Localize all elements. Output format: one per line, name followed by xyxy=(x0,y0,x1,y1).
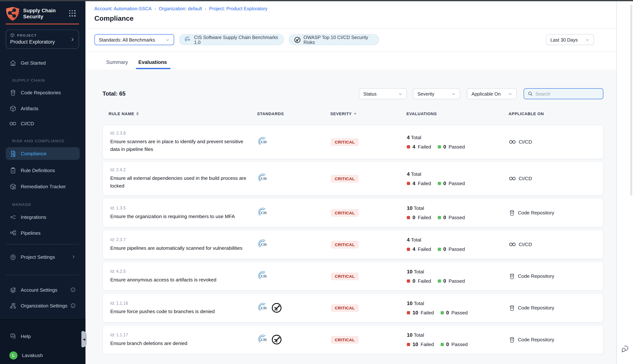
eval-total-label: Total xyxy=(414,300,424,306)
search-input[interactable] xyxy=(536,91,596,96)
failed-indicator xyxy=(407,311,410,314)
standards-cell: CIS xyxy=(258,173,331,184)
sidebar-collapse-handle[interactable]: ◀ xyxy=(81,331,87,347)
severity-cell: CRITICAL xyxy=(331,138,407,146)
applicable-on-label: Code Repository xyxy=(518,273,554,279)
sidebar-item-pipelines[interactable]: Pipelines xyxy=(6,226,80,239)
user-menu[interactable]: L Lavakush xyxy=(6,349,80,362)
column-severity[interactable]: SEVERITY xyxy=(330,112,406,116)
rule-cell: Id: 1.3.5 Ensure the organization is req… xyxy=(110,205,258,220)
breadcrumb-organization[interactable]: Organization: default xyxy=(159,6,202,11)
compliance-page: Supply Chain Security PROJECT Product Ex… xyxy=(0,0,633,364)
sidebar-item-compliance[interactable]: Compliance xyxy=(6,147,80,160)
sidebar-item-get-started[interactable]: Get Started xyxy=(6,56,80,69)
cis-standard-icon: CIS xyxy=(258,303,268,313)
failed-indicator xyxy=(407,279,410,282)
sidebar-item-account-settings[interactable]: Account Settings xyxy=(6,284,80,296)
applicable-on-cell: Code Repository xyxy=(509,273,603,279)
rule-name: Ensure branch deletions are denied xyxy=(110,340,252,347)
info-icon[interactable] xyxy=(70,303,76,308)
sidebar-item-integrations[interactable]: Integrations xyxy=(6,211,80,224)
standards-dropdown[interactable]: Standards: All Benchmarks xyxy=(94,34,174,45)
cis-standard-icon: CIS xyxy=(258,239,268,250)
standards-cell: CIS xyxy=(258,239,331,250)
eval-total-label: Total xyxy=(414,268,424,274)
date-range-dropdown[interactable]: Last 30 Days xyxy=(546,34,594,45)
sidebar-item-help[interactable]: ? Help xyxy=(6,330,80,342)
eval-passed-label: Passed xyxy=(448,180,465,186)
standards-cell: CIS xyxy=(258,136,331,147)
rule-row[interactable]: Id: 1.1.17 Ensure branch deletions are d… xyxy=(102,325,603,354)
eval-passed-label: Passed xyxy=(448,246,465,252)
applicable-on-label: Code Repository xyxy=(518,337,554,342)
rule-name: Ensure scanners are in place to identify… xyxy=(110,138,252,153)
sidebar-item-remediation-tracker[interactable]: Remediation Tracker xyxy=(6,180,80,193)
rule-row[interactable]: Id: 1.3.5 Ensure the organization is req… xyxy=(102,198,603,228)
eval-total-label: Total xyxy=(411,134,421,140)
sidebar-item-artifacts[interactable]: Artifacts xyxy=(6,102,80,115)
status-filter-dropdown[interactable]: Status xyxy=(359,88,407,99)
sidebar-item-cicd[interactable]: CI/CD xyxy=(6,117,80,130)
sidebar-item-rule-definitions[interactable]: Rule Definitions xyxy=(6,164,80,176)
breadcrumb-project[interactable]: Project: Product Exploratory xyxy=(209,6,268,11)
eval-passed-count: 0 xyxy=(443,246,446,252)
section-label-risk-and-compliance: RISK AND COMPLIANCE xyxy=(12,138,65,143)
page-title: Compliance xyxy=(94,15,134,23)
severity-badge: CRITICAL xyxy=(331,175,359,182)
applicable-icon-slot xyxy=(509,210,515,216)
rule-cell: Id: 2.3.7 Ensure pipelines are automatic… xyxy=(110,237,258,252)
chevron-down-icon xyxy=(508,92,512,96)
clipboard-check-icon xyxy=(9,167,16,174)
rule-name: Ensure the organization is requiring mem… xyxy=(110,212,252,220)
cis-standard-icon: CIS xyxy=(258,173,268,184)
sidebar-item-code-repositories[interactable]: Code Repositories xyxy=(6,86,80,99)
support-chat-icon[interactable] xyxy=(621,344,630,353)
severity-filter-dropdown[interactable]: Severity xyxy=(413,88,460,99)
info-icon[interactable] xyxy=(70,287,76,292)
avatar: L xyxy=(9,351,18,359)
standard-chip-cis[interactable]: CIS CIS Software Supply Chain Benchmarks… xyxy=(179,34,284,45)
applicable-on-filter-dropdown[interactable]: Applicable On xyxy=(467,88,517,99)
rule-row[interactable]: Id: 2.3.8 Ensure scanners are in place t… xyxy=(102,125,603,159)
box-wrench-icon xyxy=(9,183,16,190)
column-rule-name[interactable]: RULE NAME xyxy=(108,112,257,116)
tab-evaluations[interactable]: Evaluations xyxy=(138,59,167,65)
rule-id: Id: 2.3.7 xyxy=(110,237,258,242)
evaluations-cell: 4 Total 4 Failed 0 Passed xyxy=(407,171,509,186)
applicable-on-cell: CI/CD xyxy=(509,242,603,247)
sidebar-item-organization-settings[interactable]: Organization Settings xyxy=(6,299,80,312)
project-selector[interactable]: PROJECT Product Exploratory xyxy=(6,30,79,49)
eval-failed-count: 0 xyxy=(412,214,415,220)
rule-row[interactable]: Id: 2.3.7 Ensure pipelines are automatic… xyxy=(102,230,603,259)
section-label-manage: MANAGE xyxy=(12,202,32,206)
rule-id: Id: 2.4.2 xyxy=(110,167,258,172)
evaluations-cell: 10 Total 0 Failed 0 Passed xyxy=(407,205,509,220)
rule-row[interactable]: Id: 4.2.5 Ensure anonymous access to art… xyxy=(102,262,603,291)
sidebar-item-project-settings[interactable]: Project Settings xyxy=(6,250,80,263)
breadcrumb-account[interactable]: Account: Automation-SSCA xyxy=(94,6,152,11)
standards-cell: CIS xyxy=(258,208,331,218)
main-content: Account: Automation-SSCA › Organization:… xyxy=(85,0,616,364)
eval-passed-count: 0 xyxy=(446,342,449,347)
standards-cell: CIS xyxy=(258,303,331,313)
sidebar-divider xyxy=(6,275,79,276)
eval-passed-label: Passed xyxy=(448,214,465,220)
eval-failed-label: Failed xyxy=(418,246,431,252)
cube-icon xyxy=(9,105,16,112)
severity-cell: CRITICAL xyxy=(331,272,407,280)
scrollbar[interactable] xyxy=(630,4,632,196)
eval-failed-count: 4 xyxy=(412,246,415,252)
eval-passed-count: 0 xyxy=(443,278,446,284)
severity-cell: CRITICAL xyxy=(331,240,407,248)
chevron-down-icon xyxy=(166,38,170,42)
svg-text:CIS: CIS xyxy=(261,306,267,310)
app-switcher-grid-icon[interactable] xyxy=(69,10,76,17)
svg-text:?: ? xyxy=(12,334,13,336)
eval-failed-count: 0 xyxy=(412,278,415,284)
standard-chip-owasp[interactable]: OWASP Top 10 CI/CD Security Risks xyxy=(289,34,379,45)
section-label-supply-chain: SUPPLY CHAIN xyxy=(12,78,45,82)
tab-summary[interactable]: Summary xyxy=(106,59,128,65)
column-evaluations: EVALUATIONS xyxy=(406,112,509,116)
rule-row[interactable]: Id: 2.4.2 Ensure all external dependenci… xyxy=(102,162,603,196)
rule-row[interactable]: Id: 1.1.16 Ensure force pushes code to b… xyxy=(102,293,603,322)
